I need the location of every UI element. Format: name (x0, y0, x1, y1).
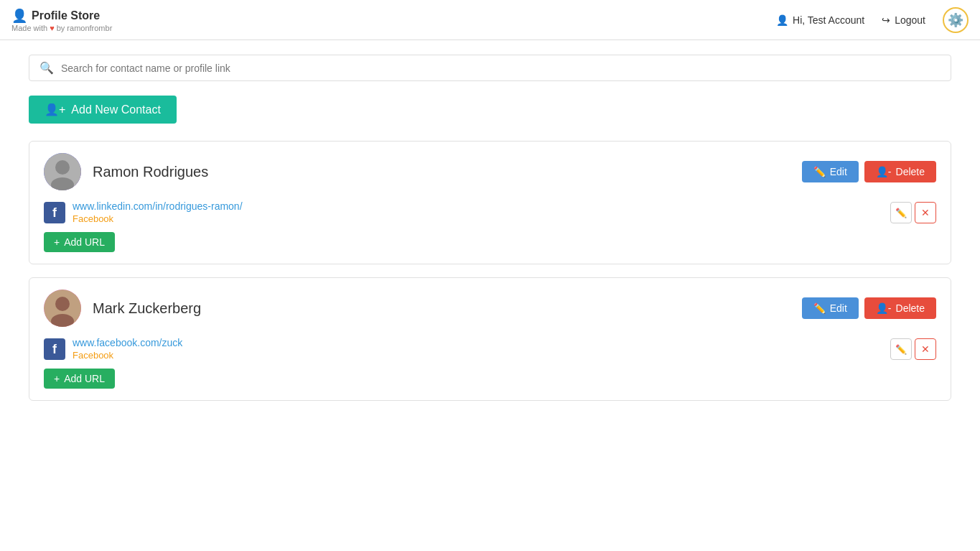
settings-button[interactable]: ⚙️ (943, 7, 969, 33)
svg-point-4 (55, 297, 70, 311)
url-actions: ✏️ ✕ (890, 202, 936, 223)
header: 👤 Profile Store Made with ♥ by ramonfrom… (0, 0, 980, 40)
main-content: 🔍 👤+ Add New Contact Ramon Rodrigues ✏️ … (0, 40, 980, 428)
brand-subtitle: Made with ♥ by ramonfrombr (11, 24, 776, 32)
edit-label: Edit (830, 302, 847, 314)
search-bar: 🔍 (29, 55, 951, 81)
brand-name: Profile Store (32, 9, 100, 22)
url-delete-button[interactable]: ✕ (915, 338, 936, 360)
url-type: Facebook (73, 213, 113, 224)
url-edit-button[interactable]: ✏️ (890, 202, 912, 223)
platform-icon: f (44, 338, 65, 360)
contact-name: Ramon Rodrigues (93, 164, 802, 180)
brand: 👤 Profile Store Made with ♥ by ramonfrom… (11, 8, 776, 32)
edit-label: Edit (830, 166, 847, 177)
url-link[interactable]: www.linkedin.com/in/rodrigues-ramon/ (73, 200, 883, 212)
add-url-icon: + (54, 236, 60, 248)
add-contact-button[interactable]: 👤+ Add New Contact (29, 96, 177, 124)
settings-icon: ⚙️ (948, 12, 963, 28)
logout-label: Logout (895, 14, 925, 26)
contact-header: Ramon Rodrigues ✏️ Edit 👤- Delete (44, 153, 936, 190)
brand-icon: 👤 (11, 8, 27, 24)
url-info: www.facebook.com/zuck Facebook (73, 337, 883, 361)
svg-point-1 (55, 160, 70, 175)
url-type: Facebook (73, 350, 113, 361)
delete-icon: 👤- (876, 302, 892, 314)
delete-icon: 👤- (876, 166, 892, 177)
contact-actions: ✏️ Edit 👤- Delete (802, 161, 936, 182)
brand-title: 👤 Profile Store (11, 8, 776, 24)
add-url-icon: + (54, 373, 60, 384)
logout-icon: ↪ (882, 14, 890, 26)
heart-icon: ♥ (50, 24, 55, 32)
delete-label: Delete (896, 166, 925, 177)
add-contact-label: Add New Contact (71, 103, 161, 116)
add-contact-icon: 👤+ (45, 103, 65, 116)
edit-icon: ✏️ (813, 166, 826, 177)
by-text: by ramonfrombr (57, 24, 113, 32)
delete-button[interactable]: 👤- Delete (864, 161, 936, 182)
contact-actions: ✏️ Edit 👤- Delete (802, 297, 936, 319)
contact-name: Mark Zuckerberg (93, 300, 802, 317)
delete-label: Delete (896, 302, 925, 314)
url-delete-button[interactable]: ✕ (915, 202, 936, 223)
url-link[interactable]: www.facebook.com/zuck (73, 337, 883, 348)
made-with-text: Made with (11, 24, 47, 32)
user-greeting: Hi, Test Account (793, 14, 864, 26)
url-edit-button[interactable]: ✏️ (890, 338, 912, 360)
search-icon: 🔍 (39, 61, 54, 75)
contact-card: Ramon Rodrigues ✏️ Edit 👤- Delete f www.… (29, 141, 951, 264)
url-row: f www.facebook.com/zuck Facebook ✏️ ✕ (44, 337, 936, 361)
delete-button[interactable]: 👤- Delete (864, 297, 936, 319)
add-url-button[interactable]: + Add URL (44, 232, 115, 252)
edit-button[interactable]: ✏️ Edit (802, 161, 859, 182)
add-url-label: Add URL (64, 236, 105, 248)
url-info: www.linkedin.com/in/rodrigues-ramon/ Fac… (73, 200, 883, 225)
avatar (44, 153, 81, 190)
url-actions: ✏️ ✕ (890, 338, 936, 360)
edit-icon: ✏️ (813, 302, 826, 314)
header-nav: 👤 Hi, Test Account ↪ Logout ⚙️ (776, 7, 969, 33)
contact-header: Mark Zuckerberg ✏️ Edit 👤- Delete (44, 290, 936, 327)
logout-button[interactable]: ↪ Logout (882, 14, 925, 26)
search-input[interactable] (61, 62, 941, 74)
add-url-button[interactable]: + Add URL (44, 369, 115, 389)
contacts-list: Ramon Rodrigues ✏️ Edit 👤- Delete f www.… (29, 141, 951, 401)
edit-button[interactable]: ✏️ Edit (802, 297, 859, 319)
user-icon: 👤 (776, 14, 788, 26)
url-row: f www.linkedin.com/in/rodrigues-ramon/ F… (44, 200, 936, 225)
contact-card: Mark Zuckerberg ✏️ Edit 👤- Delete f www.… (29, 277, 951, 401)
user-info: 👤 Hi, Test Account (776, 14, 864, 26)
avatar (44, 290, 81, 327)
platform-icon: f (44, 202, 65, 223)
add-url-label: Add URL (64, 373, 105, 384)
